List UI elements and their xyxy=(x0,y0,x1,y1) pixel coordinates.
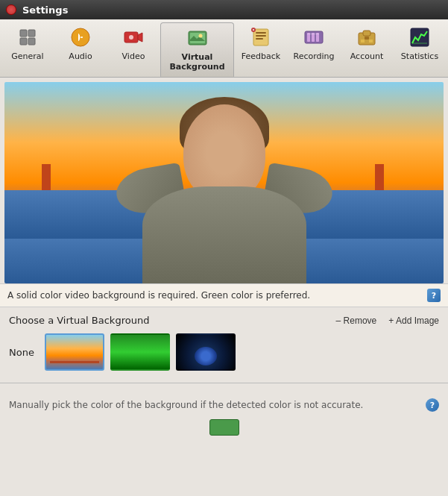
bg-header: Choose a Virtual Background – Remove + A… xyxy=(9,315,439,326)
account-icon xyxy=(355,25,379,49)
tab-audio-label: Audio xyxy=(69,51,92,61)
tab-statistics-label: Statistics xyxy=(401,51,438,61)
info-message: A solid color video background is requir… xyxy=(7,290,310,301)
bg-thumbnails: None xyxy=(9,333,439,371)
bg-thumb-bridge[interactable] xyxy=(45,333,104,371)
tab-general-label: General xyxy=(11,51,43,61)
info-icon[interactable]: ? xyxy=(427,289,441,302)
feedback-icon xyxy=(249,25,273,49)
tab-general[interactable]: General xyxy=(1,22,54,77)
video-icon xyxy=(122,25,145,49)
audio-icon xyxy=(69,25,92,49)
separator xyxy=(0,383,448,383)
title-bar: Settings xyxy=(0,0,448,19)
svg-rect-0 xyxy=(20,30,27,37)
bg-section: Choose a Virtual Background – Remove + A… xyxy=(0,307,448,378)
virtual-background-icon xyxy=(186,26,209,50)
tab-account-label: Account xyxy=(350,51,383,61)
color-picker-button[interactable] xyxy=(209,419,239,436)
preview-container xyxy=(4,82,444,283)
tab-feedback[interactable]: Feedback xyxy=(235,22,287,77)
tab-statistics[interactable]: Statistics xyxy=(394,22,446,77)
recording-icon xyxy=(302,25,326,49)
svg-point-11 xyxy=(198,34,202,38)
svg-rect-27 xyxy=(361,40,365,43)
svg-marker-7 xyxy=(138,33,142,42)
svg-rect-14 xyxy=(256,35,266,37)
toolbar: General Audio Video xyxy=(0,19,448,78)
bottom-section: Manually pick the color of the backgroun… xyxy=(0,391,448,443)
content-area: A solid color video background is requir… xyxy=(0,78,448,496)
preview-background xyxy=(4,82,444,283)
svg-rect-13 xyxy=(256,32,266,34)
bg-actions: – Remove + Add Image xyxy=(336,316,439,326)
bg-thumb-space[interactable] xyxy=(176,333,236,371)
person-shape xyxy=(105,90,344,283)
svg-point-8 xyxy=(129,35,133,40)
bg-thumb-nature[interactable] xyxy=(110,333,170,371)
tab-account[interactable]: Account xyxy=(341,22,393,77)
hint-text: Manually pick the color of the backgroun… xyxy=(9,400,363,410)
statistics-icon xyxy=(408,25,432,49)
svg-rect-26 xyxy=(365,37,369,40)
tab-virtual-background[interactable]: Virtual Background xyxy=(160,22,234,77)
remove-button[interactable]: – Remove xyxy=(336,316,377,326)
tab-video-label: Video xyxy=(122,51,145,61)
tab-virtual-background-label: Virtual Background xyxy=(167,52,227,72)
svg-rect-5 xyxy=(78,35,80,40)
svg-rect-28 xyxy=(369,40,373,43)
tab-feedback-label: Feedback xyxy=(242,51,280,61)
svg-rect-15 xyxy=(256,38,263,40)
info-bar: A solid color video background is requir… xyxy=(0,283,448,307)
tab-audio[interactable]: Audio xyxy=(54,22,107,77)
add-image-button[interactable]: + Add Image xyxy=(388,316,439,326)
none-label: None xyxy=(9,347,39,358)
svg-rect-3 xyxy=(28,38,35,45)
svg-rect-2 xyxy=(20,38,27,45)
tab-recording-label: Recording xyxy=(293,51,334,61)
general-icon xyxy=(16,25,40,49)
close-button[interactable] xyxy=(6,4,16,15)
svg-rect-1 xyxy=(28,30,35,37)
svg-rect-25 xyxy=(363,31,370,36)
bg-section-label: Choose a Virtual Background xyxy=(9,315,149,326)
person-body xyxy=(142,186,306,283)
hint-icon[interactable]: ? xyxy=(426,398,439,412)
tab-video[interactable]: Video xyxy=(107,22,160,77)
bottom-hint: Manually pick the color of the backgroun… xyxy=(9,398,439,412)
window-title: Settings xyxy=(22,4,68,16)
tab-recording[interactable]: Recording xyxy=(288,22,340,77)
svg-rect-23 xyxy=(307,34,319,34)
svg-rect-12 xyxy=(253,29,268,45)
